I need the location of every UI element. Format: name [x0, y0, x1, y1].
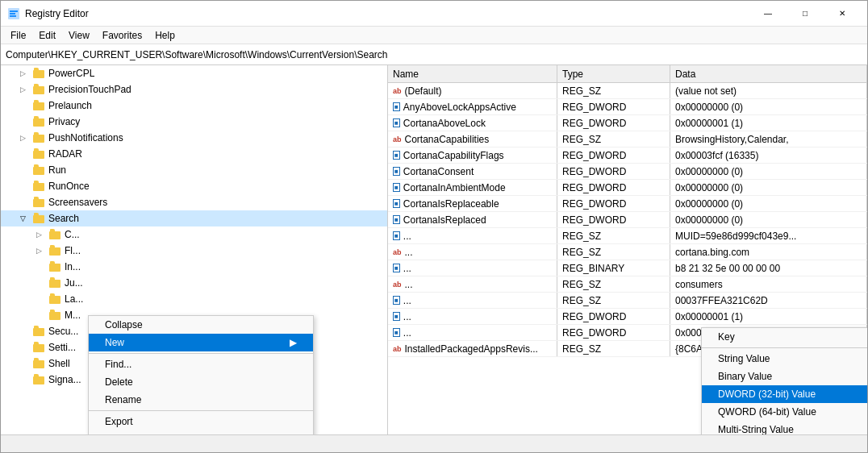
table-row[interactable]: ab(Default) REG_SZ (value not set)	[388, 83, 867, 99]
tree-item-runonce[interactable]: RunOnce	[1, 178, 387, 194]
table-row[interactable]: ■AnyAboveLockAppsActive REG_DWORD 0x0000…	[388, 99, 867, 115]
row-data: b8 21 32 5e 00 00 00 00	[670, 260, 867, 276]
table-row[interactable]: ■CortanaIsReplaceable REG_DWORD 0x000000…	[388, 196, 867, 212]
ctx-find-label: Find...	[105, 359, 131, 370]
sub-qword-value[interactable]: QWORD (64-bit) Value	[702, 403, 867, 421]
folder-icon	[33, 358, 46, 369]
row-name: abCortanaCapabilities	[388, 131, 557, 147]
row-data: 0x00000000 (0)	[670, 164, 867, 179]
expand-arrow: ▷	[36, 247, 49, 255]
ctx-new-label: New	[105, 337, 124, 348]
folder-icon	[33, 342, 46, 353]
sub-sep1	[702, 347, 867, 348]
tree-item-prelaunch[interactable]: Prelaunch	[1, 98, 387, 114]
table-row[interactable]: ab... REG_SZ cortana.bing.com	[388, 244, 867, 260]
ctx-new[interactable]: New ▶	[89, 334, 313, 351]
tree-item-fl[interactable]: ▷ Fl...	[1, 243, 387, 259]
row-data: 0x00000000 (0)	[670, 180, 867, 195]
tree-label: PrecisionTouchPad	[48, 84, 131, 95]
submenu: Key String Value Binary Value DWORD (32-…	[701, 327, 867, 434]
row-type: REG_DWORD	[557, 325, 670, 340]
maximize-button[interactable]: □	[787, 1, 824, 27]
tree-item-pushnotifications[interactable]: ▷ PushNotifications	[1, 130, 387, 146]
menu-help[interactable]: Help	[148, 28, 182, 43]
tree-item-c[interactable]: ▷ C...	[1, 226, 387, 243]
left-panel: ▷ PowerCPL ▷ PrecisionTouchPad Prelaunch	[1, 65, 388, 434]
row-data: 00037FFEA321C62D	[670, 293, 867, 308]
table-row[interactable]: ■CortanaIsReplaced REG_DWORD 0x00000000 …	[388, 212, 867, 228]
table-row[interactable]: abCortanaCapabilities REG_SZ BrowsingHis…	[388, 131, 867, 148]
tree-item-in[interactable]: In...	[1, 259, 387, 275]
tree-item-precisiontouchpad[interactable]: ▷ PrecisionTouchPad	[1, 81, 387, 98]
row-name: ■CortanaAboveLock	[388, 115, 557, 131]
sub-binary-value[interactable]: Binary Value	[702, 368, 867, 385]
row-type: REG_SZ	[557, 228, 670, 243]
sub-dword-value[interactable]: DWORD (32-bit) Value	[702, 385, 867, 403]
tree-label: Screensavers	[48, 197, 107, 208]
expand-arrow: ▽	[20, 214, 33, 222]
tree-item-radar[interactable]: RADAR	[1, 146, 387, 162]
sub-key[interactable]: Key	[702, 328, 867, 346]
tree-label: Setti...	[48, 342, 76, 353]
folder-icon	[49, 245, 62, 256]
tree-item-screensavers[interactable]: Screensavers	[1, 194, 387, 210]
menu-favorites[interactable]: Favorites	[96, 28, 148, 43]
ctx-rename[interactable]: Rename	[89, 391, 313, 409]
row-data: cortana.bing.com	[670, 244, 867, 260]
tree-item-search[interactable]: ▽ Search	[1, 210, 387, 226]
ctx-collapse[interactable]: Collapse	[89, 316, 313, 334]
close-button[interactable]: ✕	[824, 1, 861, 27]
ctx-find[interactable]: Find...	[89, 355, 313, 373]
ctx-export[interactable]: Export	[89, 413, 313, 430]
tree-item-powercpl[interactable]: ▷ PowerCPL	[1, 65, 387, 81]
table-row[interactable]: ■... REG_SZ MUID=59e86d999cf043e9...	[388, 228, 867, 244]
table-row[interactable]: ■... REG_BINARY b8 21 32 5e 00 00 00 00	[388, 260, 867, 276]
row-data: 0x00000000 (0)	[670, 99, 867, 114]
tree-item-privacy[interactable]: Privacy	[1, 114, 387, 130]
menu-edit[interactable]: Edit	[32, 28, 62, 43]
row-type: REG_DWORD	[557, 180, 670, 195]
table-row[interactable]: ■CortanaCapabilityFlags REG_DWORD 0x0000…	[388, 148, 867, 164]
table-row[interactable]: ab... REG_SZ consumers	[388, 276, 867, 293]
ctx-permissions[interactable]: Permissions...	[89, 430, 313, 434]
tree-item-la[interactable]: La...	[1, 291, 387, 307]
tree-label: Signa...	[48, 374, 81, 385]
window-title: Registry Editor	[25, 8, 749, 19]
row-data: 0x00000001 (1)	[670, 115, 867, 131]
menu-file[interactable]: File	[4, 28, 32, 43]
row-name: ■...	[388, 293, 557, 308]
sub-multi-string[interactable]: Multi-String Value	[702, 421, 867, 434]
row-type: REG_SZ	[557, 131, 670, 147]
tree-label: Fl...	[65, 245, 81, 256]
row-type: REG_DWORD	[557, 115, 670, 131]
tree-label: In...	[65, 261, 81, 272]
folder-icon	[33, 132, 46, 143]
tree-item-run[interactable]: Run	[1, 162, 387, 178]
sub-string-value[interactable]: String Value	[702, 350, 867, 368]
row-name: ab(Default)	[388, 83, 557, 98]
tree-label: C...	[65, 229, 80, 240]
folder-icon	[33, 68, 46, 79]
row-data: BrowsingHistory,Calendar,	[670, 131, 867, 147]
table-row[interactable]: ■... REG_DWORD 0x00000001 (1)	[388, 309, 867, 325]
address-path[interactable]: Computer\HKEY_CURRENT_USER\Software\Micr…	[6, 49, 388, 60]
table-row[interactable]: ■... REG_SZ 00037FFEA321C62D	[388, 293, 867, 309]
menu-view[interactable]: View	[62, 28, 96, 43]
folder-icon	[33, 164, 46, 176]
row-type: REG_SZ	[557, 341, 670, 356]
row-name: ab...	[388, 276, 557, 292]
regedit-icon	[7, 7, 20, 20]
svg-rect-1	[10, 10, 18, 12]
ctx-delete[interactable]: Delete	[89, 373, 313, 391]
row-type: REG_SZ	[557, 293, 670, 308]
table-row[interactable]: ■CortanaAboveLock REG_DWORD 0x00000001 (…	[388, 115, 867, 131]
tree-label: Run	[48, 164, 66, 176]
minimize-button[interactable]: —	[749, 1, 787, 27]
ctx-permissions-label: Permissions...	[105, 434, 165, 434]
table-row[interactable]: ■CortanaInAmbientMode REG_DWORD 0x000000…	[388, 180, 867, 196]
row-data: MUID=59e86d999cf043e9...	[670, 228, 867, 243]
submenu-arrow-icon: ▶	[290, 337, 297, 348]
tree-item-ju[interactable]: Ju...	[1, 275, 387, 291]
window-controls: — □ ✕	[749, 1, 861, 27]
table-row[interactable]: ■CortanaConsent REG_DWORD 0x00000000 (0)	[388, 164, 867, 180]
